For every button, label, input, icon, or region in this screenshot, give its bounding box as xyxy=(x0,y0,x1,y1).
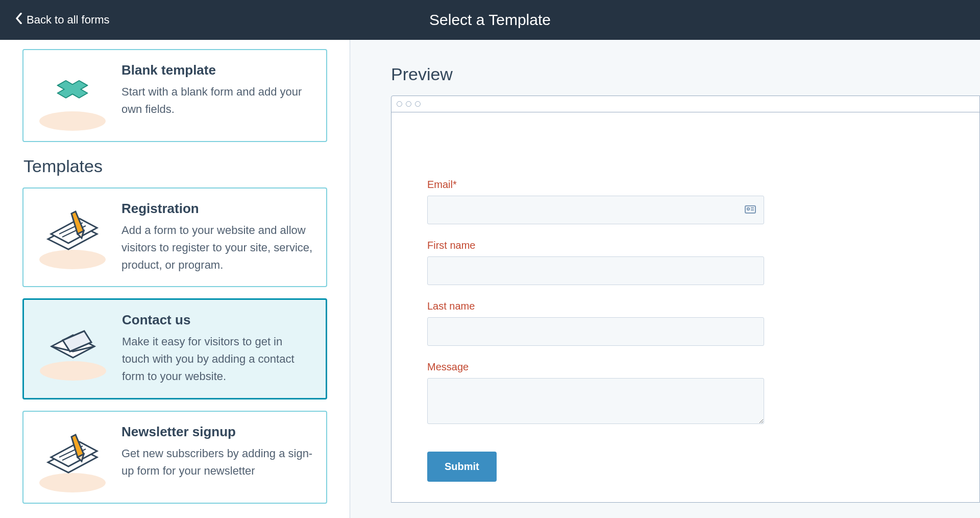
lastname-label: Last name xyxy=(427,300,764,312)
submit-button[interactable]: Submit xyxy=(427,452,497,482)
template-card-desc: Get new subscribers by adding a sign-up … xyxy=(121,445,313,480)
pencil-paper-icon xyxy=(37,424,108,490)
firstname-input[interactable] xyxy=(427,256,764,285)
browser-chrome-dots xyxy=(391,96,979,112)
field-lastname: Last name xyxy=(427,300,764,346)
message-label: Message xyxy=(427,361,764,373)
template-card-registration[interactable]: Registration Add a form to your website … xyxy=(22,187,327,287)
preview-panel: Preview Email* xyxy=(350,40,980,518)
lastname-input[interactable] xyxy=(427,317,764,346)
firstname-label: First name xyxy=(427,240,764,251)
envelope-icon xyxy=(37,312,109,379)
template-sidebar: Blank template Start with a blank form a… xyxy=(0,40,350,518)
field-firstname: First name xyxy=(427,240,764,285)
template-card-desc: Make it easy for visitors to get in touc… xyxy=(122,333,312,385)
preview-heading: Preview xyxy=(391,64,980,84)
preview-browser-frame: Email* First xyxy=(391,96,980,503)
template-card-blank[interactable]: Blank template Start with a blank form a… xyxy=(22,49,327,142)
field-email: Email* xyxy=(427,179,764,224)
header-bar: Back to all forms Select a Template xyxy=(0,0,980,40)
templates-section-heading: Templates xyxy=(23,156,327,176)
template-card-newsletter[interactable]: Newsletter signup Get new subscribers by… xyxy=(22,411,327,504)
template-card-contact-us[interactable]: Contact us Make it easy for visitors to … xyxy=(22,298,327,399)
chevron-left-icon xyxy=(15,13,22,27)
email-input[interactable] xyxy=(427,196,764,224)
field-message: Message xyxy=(427,361,764,426)
template-card-desc: Start with a blank form and add your own… xyxy=(121,83,313,118)
plus-icon xyxy=(37,62,108,129)
template-card-title: Newsletter signup xyxy=(121,424,313,440)
svg-point-15 xyxy=(747,208,749,210)
message-input[interactable] xyxy=(427,378,764,424)
contact-card-icon xyxy=(745,204,756,216)
page-title: Select a Template xyxy=(429,11,551,29)
template-card-title: Contact us xyxy=(122,312,312,328)
template-card-title: Blank template xyxy=(121,62,313,78)
back-to-forms-link[interactable]: Back to all forms xyxy=(15,13,110,27)
back-link-label: Back to all forms xyxy=(27,13,110,27)
main-layout: Blank template Start with a blank form a… xyxy=(0,40,980,518)
template-card-title: Registration xyxy=(121,201,313,217)
template-card-desc: Add a form to your website and allow vis… xyxy=(121,222,313,274)
pencil-paper-icon xyxy=(37,201,108,267)
form-preview: Email* First xyxy=(391,112,800,502)
email-label: Email* xyxy=(427,179,764,191)
